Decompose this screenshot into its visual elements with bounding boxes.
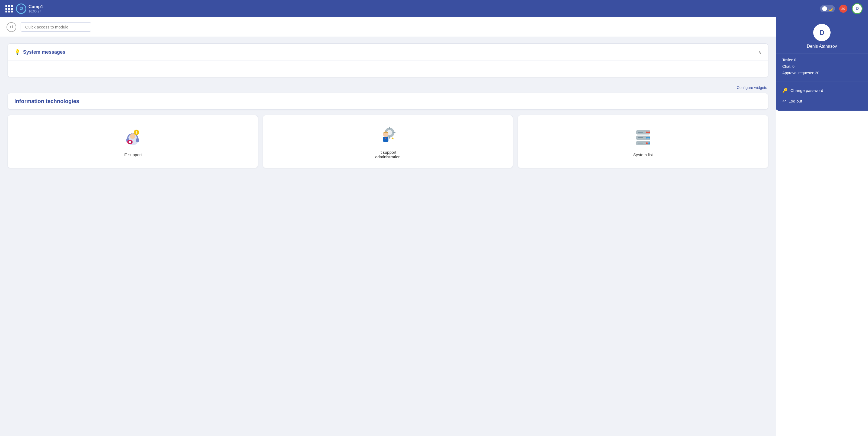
svg-point-28 (646, 142, 648, 144)
brand-info: Comp1 16:00:27 (29, 4, 43, 13)
svg-text:★: ★ (391, 137, 394, 141)
content-area: 💡 System messages ∧ Configure widgets In… (0, 37, 776, 436)
user-initial: D (856, 6, 859, 11)
theme-dark-icon: 🌙 (828, 6, 833, 11)
widget-title: 💡 System messages (14, 49, 65, 55)
logout-label: Log out (788, 99, 802, 103)
module-card-system-list[interactable]: System list (518, 115, 768, 168)
user-dropdown: D Denis Atanasov Tasks: 0 Chat: 0 Approv… (776, 18, 868, 111)
header-left: ↺ Comp1 16:00:27 (5, 3, 43, 14)
svg-rect-23 (638, 143, 643, 144)
configure-widgets-link[interactable]: Configure widgets (737, 85, 767, 90)
brand-name: Comp1 (29, 4, 43, 9)
configure-row: Configure widgets (8, 82, 768, 93)
notification-count: 20 (841, 7, 845, 11)
theme-toggle[interactable]: 🌙 (820, 5, 835, 12)
dropdown-actions: 🔑 Change password ↩ Log out (776, 82, 868, 106)
logout-action[interactable]: ↩ Log out (782, 96, 862, 106)
subheader-logo-icon: ↺ (6, 22, 16, 32)
svg-point-29 (648, 142, 650, 144)
brand-time: 16:00:27 (29, 9, 43, 13)
svg-rect-2 (136, 138, 139, 142)
stat-chat: Chat: 0 (782, 64, 862, 69)
stat-tasks: Tasks: 0 (782, 58, 862, 62)
change-password-label: Change password (790, 88, 823, 93)
system-messages-widget: 💡 System messages ∧ (8, 43, 768, 77)
quick-access-input[interactable] (21, 22, 91, 32)
svg-point-24 (646, 131, 648, 133)
grid-menu-button[interactable] (5, 5, 13, 12)
svg-rect-13 (393, 132, 396, 133)
it-admin-label: It supportadministration (375, 150, 400, 159)
svg-text:?: ? (135, 130, 137, 134)
logout-icon: ↩ (782, 98, 786, 103)
svg-text:💬: 💬 (128, 141, 132, 144)
brand-logo: ↺ Comp1 16:00:27 (16, 3, 43, 14)
system-list-label: System list (633, 152, 653, 157)
svg-rect-11 (389, 136, 390, 138)
svg-rect-10 (389, 127, 390, 129)
it-support-label: IT support (124, 152, 142, 157)
svg-point-27 (648, 137, 650, 138)
widget-body (8, 61, 768, 77)
theme-light-indicator (822, 6, 827, 11)
widget-title-text: System messages (23, 49, 65, 55)
key-icon: 🔑 (782, 88, 788, 93)
brand-icon: ↺ (16, 3, 26, 14)
collapse-widget-button[interactable]: ∧ (758, 50, 762, 55)
main-layout: 💡 System messages ∧ Configure widgets In… (0, 37, 868, 436)
change-password-action[interactable]: 🔑 Change password (782, 85, 862, 96)
dropdown-avatar-initial: D (819, 28, 825, 37)
svg-point-26 (646, 137, 648, 138)
svg-point-25 (648, 131, 650, 133)
header-right: 🌙 20 D (820, 3, 863, 14)
dropdown-stats: Tasks: 0 Chat: 0 Approval requests: 20 (776, 54, 868, 82)
modules-grid: ? 💬 IT support (8, 115, 768, 168)
bulb-icon: 💡 (14, 49, 20, 55)
svg-rect-21 (638, 132, 643, 133)
notification-badge[interactable]: 20 (839, 5, 847, 13)
svg-rect-22 (638, 137, 643, 138)
section-heading-card: Information technologies (8, 93, 768, 110)
system-list-icon (632, 126, 654, 148)
section-heading: Information technologies (14, 98, 762, 104)
it-support-icon: ? 💬 (122, 126, 144, 148)
subheader: ↺ (0, 18, 868, 37)
dropdown-username: Denis Atanasov (807, 44, 837, 49)
stat-approval: Approval requests: 20 (782, 71, 862, 75)
dropdown-avatar: D (813, 24, 831, 41)
user-avatar-button[interactable]: D (852, 3, 863, 14)
module-card-it-admin[interactable]: ★ It supportadministration (263, 115, 513, 168)
it-admin-icon: ★ (377, 124, 399, 146)
widget-header: 💡 System messages ∧ (8, 44, 768, 61)
header: ↺ Comp1 16:00:27 🌙 20 D (0, 0, 868, 18)
module-card-it-support[interactable]: ? 💬 IT support (8, 115, 258, 168)
user-dropdown-header: D Denis Atanasov (776, 18, 868, 54)
